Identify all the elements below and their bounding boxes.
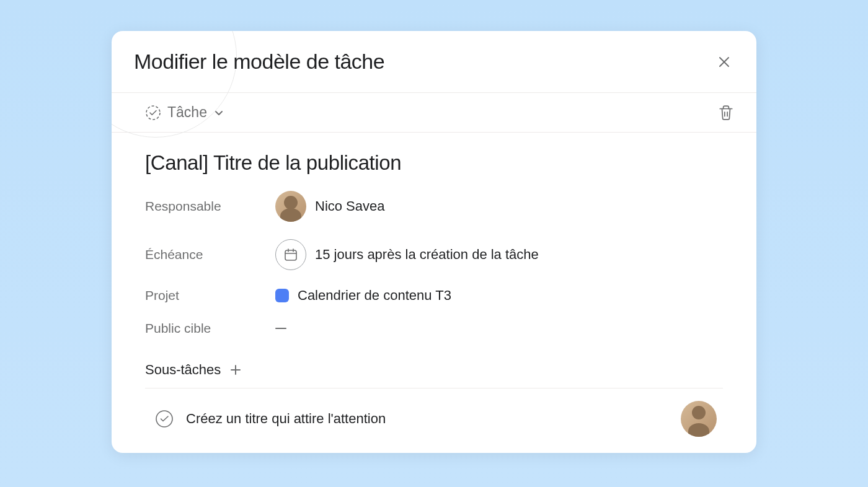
- delete-button[interactable]: [718, 105, 734, 121]
- svg-point-11: [156, 411, 172, 427]
- due-date-label: Échéance: [145, 247, 275, 262]
- close-button[interactable]: [714, 52, 734, 72]
- assignee-row: Responsable Nico Savea: [145, 191, 723, 222]
- modal-title: Modifier le modèle de tâche: [134, 50, 384, 74]
- due-date-value[interactable]: 15 jours après la création de la tâche: [275, 239, 539, 270]
- subtask-title: Créez un titre qui attire l'attention: [186, 411, 386, 427]
- task-title[interactable]: [Canal] Titre de la publication: [145, 151, 723, 175]
- project-color-icon: [275, 289, 289, 302]
- modal-content: [Canal] Titre de la publication Responsa…: [112, 133, 756, 453]
- project-label: Projet: [145, 288, 275, 303]
- subtasks-header: Sous-tâches: [145, 353, 723, 388]
- close-icon: [717, 55, 732, 69]
- subtask-left: Créez un titre qui attire l'attention: [155, 410, 386, 428]
- plus-icon: [229, 364, 242, 376]
- svg-point-2: [146, 106, 160, 120]
- task-type-selector[interactable]: Tâche: [145, 104, 224, 121]
- audience-row: Public cible: [145, 321, 723, 336]
- trash-icon: [718, 105, 734, 121]
- project-value[interactable]: Calendrier de contenu T3: [275, 287, 451, 304]
- chevron-down-icon: [213, 107, 224, 118]
- task-template-modal: Modifier le modèle de tâche Tâche: [112, 31, 756, 453]
- check-circle-icon: [155, 410, 174, 428]
- assignee-label: Responsable: [145, 199, 275, 214]
- complete-subtask-button[interactable]: [155, 410, 174, 428]
- subtask-row[interactable]: Créez un titre qui attire l'attention: [145, 388, 723, 453]
- toolbar: Tâche: [112, 93, 756, 133]
- svg-rect-5: [285, 250, 296, 260]
- subtasks-label: Sous-tâches: [145, 362, 221, 378]
- avatar: [275, 191, 306, 222]
- audience-value[interactable]: [275, 328, 286, 329]
- task-type-icon: [145, 105, 161, 121]
- assignee-value[interactable]: Nico Savea: [275, 191, 385, 222]
- project-row: Projet Calendrier de contenu T3: [145, 287, 723, 304]
- audience-label: Public cible: [145, 321, 275, 336]
- due-date-row: Échéance 15 jours après la création de l…: [145, 239, 723, 270]
- task-type-label: Tâche: [167, 104, 207, 121]
- modal-header: Modifier le modèle de tâche: [112, 31, 756, 93]
- due-date-text: 15 jours après la création de la tâche: [315, 247, 539, 263]
- add-subtask-button[interactable]: [229, 364, 242, 376]
- project-name: Calendrier de contenu T3: [298, 287, 451, 304]
- calendar-icon: [275, 239, 306, 270]
- subtask-assignee-avatar[interactable]: [681, 401, 717, 437]
- assignee-name: Nico Savea: [315, 198, 385, 214]
- empty-value-icon: [275, 328, 286, 329]
